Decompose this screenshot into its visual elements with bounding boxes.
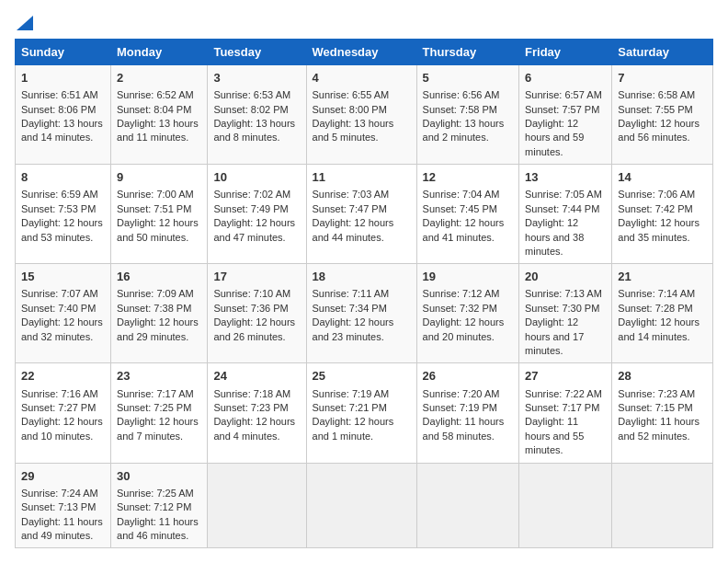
sunset-text: Sunset: 7:51 PM <box>117 203 191 214</box>
daylight-text: Daylight: 13 hours and 2 minutes. <box>423 118 505 143</box>
calendar-cell: 4Sunrise: 6:55 AMSunset: 8:00 PMDaylight… <box>306 65 416 165</box>
daylight-text: Daylight: 12 hours and 35 minutes. <box>618 217 700 242</box>
daylight-text: Daylight: 12 hours and 53 minutes. <box>21 217 103 242</box>
day-number: 12 <box>423 169 513 186</box>
sunrise-text: Sunrise: 7:10 AM <box>213 288 290 299</box>
week-row-1: 1Sunrise: 6:51 AMSunset: 8:06 PMDaylight… <box>16 65 713 165</box>
sunrise-text: Sunrise: 6:51 AM <box>21 89 98 100</box>
week-row-5: 29Sunrise: 7:24 AMSunset: 7:13 PMDayligh… <box>16 463 713 548</box>
sunset-text: Sunset: 7:34 PM <box>313 303 387 314</box>
calendar-cell: 6Sunrise: 6:57 AMSunset: 7:57 PMDaylight… <box>519 65 612 165</box>
sunset-text: Sunset: 7:32 PM <box>423 303 497 314</box>
calendar-cell: 15Sunrise: 7:07 AMSunset: 7:40 PMDayligh… <box>16 264 111 363</box>
sunset-text: Sunset: 7:28 PM <box>618 303 692 314</box>
sunrise-text: Sunrise: 7:02 AM <box>213 189 290 200</box>
calendar-cell <box>306 463 416 548</box>
sunset-text: Sunset: 7:13 PM <box>21 501 96 512</box>
daylight-text: Daylight: 11 hours and 49 minutes. <box>21 516 103 541</box>
sunset-text: Sunset: 8:00 PM <box>313 104 387 115</box>
day-number: 29 <box>21 468 105 485</box>
sunrise-text: Sunrise: 7:16 AM <box>21 388 98 399</box>
calendar-cell: 26Sunrise: 7:20 AMSunset: 7:19 PMDayligh… <box>416 363 518 463</box>
day-number: 28 <box>618 368 707 385</box>
col-header-sunday: Sunday <box>16 40 111 65</box>
sunrise-text: Sunrise: 6:55 AM <box>313 89 390 100</box>
calendar-cell: 1Sunrise: 6:51 AMSunset: 8:06 PMDaylight… <box>16 65 111 165</box>
daylight-text: Daylight: 12 hours and 29 minutes. <box>117 316 199 341</box>
daylight-text: Daylight: 12 hours and 41 minutes. <box>423 217 505 242</box>
calendar-cell: 10Sunrise: 7:02 AMSunset: 7:49 PMDayligh… <box>208 165 306 264</box>
sunset-text: Sunset: 7:57 PM <box>525 104 599 115</box>
day-number: 2 <box>117 70 201 86</box>
day-number: 3 <box>213 70 300 86</box>
calendar-cell <box>208 463 306 548</box>
daylight-text: Daylight: 13 hours and 5 minutes. <box>313 118 394 143</box>
day-number: 18 <box>313 269 411 285</box>
col-header-monday: Monday <box>111 40 208 65</box>
day-number: 15 <box>21 269 105 285</box>
sunrise-text: Sunrise: 7:14 AM <box>618 288 695 299</box>
sunrise-text: Sunrise: 7:06 AM <box>618 189 695 200</box>
calendar-cell: 7Sunrise: 6:58 AMSunset: 7:55 PMDaylight… <box>612 65 713 165</box>
sunrise-text: Sunrise: 7:20 AM <box>423 388 500 399</box>
daylight-text: Daylight: 12 hours and 14 minutes. <box>618 316 700 341</box>
sunset-text: Sunset: 7:58 PM <box>423 104 497 115</box>
sunset-text: Sunset: 7:21 PM <box>313 402 387 413</box>
logo-icon <box>17 15 33 31</box>
sunrise-text: Sunrise: 7:09 AM <box>117 288 194 299</box>
calendar-cell: 3Sunrise: 6:53 AMSunset: 8:02 PMDaylight… <box>208 65 306 165</box>
daylight-text: Daylight: 12 hours and 10 minutes. <box>21 416 103 441</box>
sunset-text: Sunset: 7:45 PM <box>423 203 497 214</box>
sunset-text: Sunset: 7:27 PM <box>21 402 96 413</box>
sunset-text: Sunset: 7:44 PM <box>525 203 599 214</box>
calendar-cell: 25Sunrise: 7:19 AMSunset: 7:21 PMDayligh… <box>306 363 416 463</box>
calendar-cell: 17Sunrise: 7:10 AMSunset: 7:36 PMDayligh… <box>208 264 306 363</box>
sunrise-text: Sunrise: 7:00 AM <box>117 189 194 200</box>
daylight-text: Daylight: 12 hours and 38 minutes. <box>525 217 584 257</box>
calendar-cell: 22Sunrise: 7:16 AMSunset: 7:27 PMDayligh… <box>16 363 111 463</box>
calendar-cell: 2Sunrise: 6:52 AMSunset: 8:04 PMDaylight… <box>111 65 208 165</box>
day-number: 16 <box>117 269 201 285</box>
sunrise-text: Sunrise: 6:56 AM <box>423 89 500 100</box>
calendar-cell: 11Sunrise: 7:03 AMSunset: 7:47 PMDayligh… <box>306 165 416 264</box>
daylight-text: Daylight: 13 hours and 8 minutes. <box>213 118 295 143</box>
sunset-text: Sunset: 7:12 PM <box>117 501 191 512</box>
daylight-text: Daylight: 12 hours and 44 minutes. <box>313 217 394 242</box>
logo <box>15 15 33 29</box>
day-number: 21 <box>618 269 707 285</box>
calendar-cell: 16Sunrise: 7:09 AMSunset: 7:38 PMDayligh… <box>111 264 208 363</box>
sunset-text: Sunset: 8:06 PM <box>21 104 96 115</box>
daylight-text: Daylight: 11 hours and 55 minutes. <box>525 416 584 455</box>
sunset-text: Sunset: 7:38 PM <box>117 303 191 314</box>
sunset-text: Sunset: 7:30 PM <box>525 303 599 314</box>
calendar-cell: 29Sunrise: 7:24 AMSunset: 7:13 PMDayligh… <box>16 463 111 548</box>
sunrise-text: Sunrise: 7:07 AM <box>21 288 98 299</box>
day-number: 6 <box>525 70 606 86</box>
daylight-text: Daylight: 12 hours and 20 minutes. <box>423 316 505 341</box>
calendar-cell: 28Sunrise: 7:23 AMSunset: 7:15 PMDayligh… <box>612 363 713 463</box>
day-number: 1 <box>21 70 105 86</box>
calendar-cell: 13Sunrise: 7:05 AMSunset: 7:44 PMDayligh… <box>519 165 612 264</box>
day-number: 5 <box>423 70 513 86</box>
daylight-text: Daylight: 12 hours and 4 minutes. <box>213 416 295 441</box>
sunrise-text: Sunrise: 7:25 AM <box>117 488 194 499</box>
daylight-text: Daylight: 11 hours and 52 minutes. <box>618 416 700 441</box>
sunset-text: Sunset: 7:42 PM <box>618 203 692 214</box>
day-number: 27 <box>525 368 606 385</box>
day-number: 22 <box>21 368 105 385</box>
calendar-cell: 21Sunrise: 7:14 AMSunset: 7:28 PMDayligh… <box>612 264 713 363</box>
daylight-text: Daylight: 12 hours and 17 minutes. <box>525 316 584 356</box>
daylight-text: Daylight: 12 hours and 50 minutes. <box>117 217 199 242</box>
daylight-text: Daylight: 12 hours and 32 minutes. <box>21 316 103 341</box>
sunrise-text: Sunrise: 6:52 AM <box>117 89 194 100</box>
calendar-cell <box>519 463 612 548</box>
sunset-text: Sunset: 7:47 PM <box>313 203 387 214</box>
day-number: 26 <box>423 368 513 385</box>
col-header-tuesday: Tuesday <box>208 40 306 65</box>
svg-marker-0 <box>17 16 33 30</box>
sunrise-text: Sunrise: 7:03 AM <box>313 189 390 200</box>
sunset-text: Sunset: 7:25 PM <box>117 402 191 413</box>
sunset-text: Sunset: 8:04 PM <box>117 104 191 115</box>
day-number: 4 <box>313 70 411 86</box>
day-number: 10 <box>213 169 300 186</box>
